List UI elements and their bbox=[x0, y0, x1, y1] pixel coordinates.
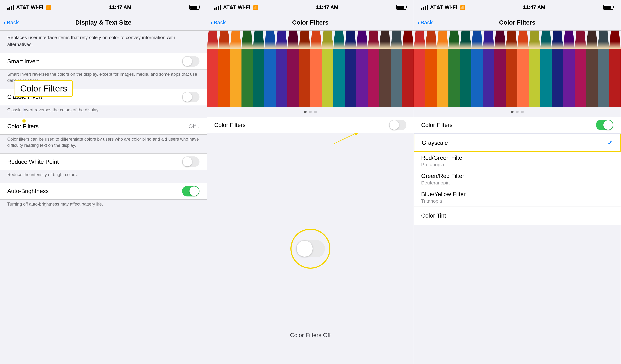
color-filters-value: Off bbox=[189, 123, 196, 129]
carrier-label-1: AT&T Wi-Fi bbox=[16, 4, 43, 10]
filter-option-green-red[interactable]: Green/Red Filter Deuteranopia bbox=[414, 170, 621, 188]
color-filters-right: Off › bbox=[189, 123, 199, 129]
dot-2-2 bbox=[309, 111, 312, 113]
dot-3-2 bbox=[314, 111, 317, 113]
smart-invert-row[interactable]: Smart Invert bbox=[0, 53, 207, 69]
color-filters-toggle-label-3: Color Filters bbox=[421, 122, 452, 128]
filter-option-blue-yellow[interactable]: Blue/Yellow Filter Tritanopia bbox=[414, 188, 621, 207]
reduce-white-section: Reduce White Point bbox=[0, 153, 207, 170]
color-filters-toggle-3[interactable] bbox=[596, 120, 613, 130]
auto-brightness-row[interactable]: Auto-Brightness bbox=[0, 183, 207, 199]
page-dots-3 bbox=[414, 107, 621, 117]
reduce-white-toggle[interactable] bbox=[182, 156, 199, 167]
dot-2-3 bbox=[516, 111, 519, 113]
pencil-item bbox=[586, 31, 598, 107]
dot-1-2 bbox=[304, 111, 307, 113]
color-filters-callout: Color Filters bbox=[15, 80, 73, 97]
color-filters-row[interactable]: Color Filters Off › bbox=[0, 118, 207, 134]
filter-option-grayscale[interactable]: Grayscale ✓ bbox=[414, 134, 621, 152]
pencil-item bbox=[609, 31, 621, 107]
auto-brightness-desc: Turning off auto-brightness may affect b… bbox=[0, 200, 207, 212]
pencil-item bbox=[575, 31, 586, 107]
dot-3-3 bbox=[521, 111, 524, 113]
pencil-item bbox=[345, 31, 356, 107]
pencil-item bbox=[563, 31, 575, 107]
pencil-item bbox=[379, 31, 391, 107]
time-3: 11:47 AM bbox=[523, 4, 545, 10]
wifi-icon-3: 📶 bbox=[459, 4, 465, 10]
toggle-callout-circle bbox=[290, 229, 330, 269]
filter-option-red-green[interactable]: Red/Green Filter Protanopia bbox=[414, 152, 621, 170]
reduce-white-row[interactable]: Reduce White Point bbox=[0, 154, 207, 170]
time-2: 11:47 AM bbox=[316, 4, 338, 10]
callout-text: Color Filters bbox=[20, 84, 67, 93]
classic-invert-desc: Classic Invert reverses the colors of th… bbox=[0, 105, 207, 118]
carrier-label-3: AT&T Wi-Fi bbox=[430, 4, 457, 10]
panel-display-text-size: AT&T Wi-Fi 📶 11:47 AM ‹ Back Display & T… bbox=[0, 0, 207, 364]
color-filters-toggle-section-2: Color Filters bbox=[207, 117, 414, 133]
pencil-item bbox=[391, 31, 402, 107]
nav-title-1: Display & Text Size bbox=[75, 19, 132, 26]
back-button-1[interactable]: ‹ Back bbox=[4, 19, 19, 26]
pencil-item bbox=[242, 31, 253, 107]
pencils-image-2 bbox=[207, 31, 414, 107]
pencil-item bbox=[471, 31, 483, 107]
reduce-white-label: Reduce White Point bbox=[7, 158, 59, 165]
wifi-icon-1: 📶 bbox=[45, 4, 51, 10]
filter-option-color-tint[interactable]: Color Tint bbox=[414, 207, 621, 225]
color-tint-label: Color Tint bbox=[421, 212, 446, 219]
signal-icon-3 bbox=[421, 5, 428, 10]
color-filters-toggle-2[interactable] bbox=[389, 120, 406, 130]
svg-line-2 bbox=[333, 133, 356, 144]
back-button-2[interactable]: ‹ Back bbox=[211, 19, 226, 26]
pencil-item bbox=[529, 31, 540, 107]
back-label-3[interactable]: Back bbox=[421, 19, 433, 26]
pencil-item bbox=[402, 31, 414, 107]
color-filters-off-label: Color Filters Off bbox=[207, 332, 414, 339]
nav-title-2: Color Filters bbox=[292, 19, 328, 26]
big-toggle-display bbox=[296, 240, 325, 257]
pencil-item bbox=[299, 31, 310, 107]
smart-invert-section: Smart Invert bbox=[0, 53, 207, 70]
pencil-item bbox=[540, 31, 552, 107]
pencil-item bbox=[333, 31, 345, 107]
status-bar-2: AT&T Wi-Fi 📶 11:47 AM bbox=[207, 0, 414, 15]
back-label-2[interactable]: Back bbox=[214, 19, 226, 26]
panel-color-filters-off: AT&T Wi-Fi 📶 11:47 AM ‹ Back Color Filte… bbox=[207, 0, 414, 364]
auto-brightness-label: Auto-Brightness bbox=[7, 188, 49, 194]
pencil-item bbox=[207, 31, 218, 107]
pencil-item bbox=[517, 31, 529, 107]
battery-icon-2 bbox=[396, 5, 406, 10]
pencil-item bbox=[287, 31, 299, 107]
big-toggle-container bbox=[207, 133, 414, 364]
pencil-item bbox=[460, 31, 471, 107]
carrier-label-2: AT&T Wi-Fi bbox=[223, 4, 250, 10]
pencil-item bbox=[310, 31, 322, 107]
pencil-item bbox=[425, 31, 437, 107]
status-bar-3: AT&T Wi-Fi 📶 11:47 AM bbox=[414, 0, 621, 15]
back-label-1[interactable]: Back bbox=[7, 19, 19, 26]
auto-brightness-toggle[interactable] bbox=[182, 186, 199, 196]
dot-1-3 bbox=[511, 111, 514, 113]
signal-icon-1 bbox=[7, 5, 14, 10]
pencil-item bbox=[414, 31, 425, 107]
blue-yellow-label: Blue/Yellow Filter bbox=[421, 191, 466, 198]
back-button-3[interactable]: ‹ Back bbox=[417, 19, 433, 26]
color-filters-label: Color Filters bbox=[7, 123, 38, 130]
status-right-1 bbox=[189, 5, 199, 10]
color-filters-toggle-section-3: Color Filters bbox=[414, 117, 621, 133]
grayscale-checkmark: ✓ bbox=[607, 139, 613, 147]
pencil-item bbox=[483, 31, 494, 107]
classic-invert-toggle[interactable] bbox=[182, 92, 199, 102]
auto-brightness-section: Auto-Brightness bbox=[0, 183, 207, 200]
pencil-item bbox=[230, 31, 241, 107]
svg-point-3 bbox=[354, 133, 358, 135]
smart-invert-toggle[interactable] bbox=[182, 56, 199, 67]
pencil-item bbox=[448, 31, 460, 107]
pencil-item bbox=[368, 31, 379, 107]
color-filters-desc: Color filters can be used to differentia… bbox=[0, 135, 207, 153]
smart-invert-label: Smart Invert bbox=[7, 58, 39, 65]
blue-yellow-sub: Tritanopia bbox=[421, 198, 466, 204]
nav-bar-1: ‹ Back Display & Text Size bbox=[0, 15, 207, 31]
status-right-3 bbox=[603, 5, 613, 10]
